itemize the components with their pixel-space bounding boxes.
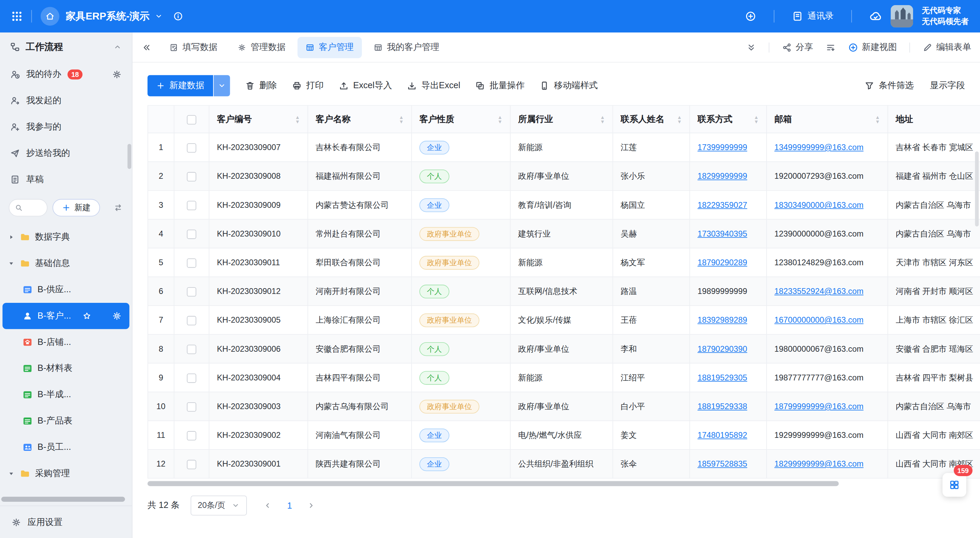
phone-link[interactable]: 18597528835 <box>698 459 748 468</box>
info-icon[interactable] <box>173 11 183 21</box>
打印-button[interactable]: 打印 <box>292 80 324 91</box>
row-checkbox[interactable] <box>187 143 196 152</box>
sidebar-item-草稿[interactable]: 草稿 <box>0 166 132 193</box>
column-header-客户性质[interactable]: 客户性质▲▼ <box>412 105 510 133</box>
double-chevron-down-icon[interactable] <box>746 42 756 52</box>
cell-checkbox[interactable] <box>174 133 209 162</box>
new-data-split-button[interactable]: 新建数据 <box>148 75 230 96</box>
sort-arrows[interactable]: ▲▼ <box>754 115 759 124</box>
phone-link[interactable]: 18790290390 <box>698 344 748 353</box>
sidebar-item-我参与的[interactable]: 我参与的 <box>0 114 132 140</box>
row-checkbox[interactable] <box>187 373 196 383</box>
sort-arrows[interactable]: ▲▼ <box>875 115 880 124</box>
page-size-select[interactable]: 20条/页 <box>191 496 247 516</box>
sidebar-item-我发起的[interactable]: 我发起的 <box>0 88 132 114</box>
Excel导入-button[interactable]: Excel导入 <box>339 80 392 91</box>
cell-checkbox[interactable] <box>174 277 209 306</box>
row-checkbox[interactable] <box>187 402 196 411</box>
sidebar-horizontal-scrollbar[interactable] <box>2 496 125 502</box>
row-checkbox[interactable] <box>187 460 196 469</box>
scrollbar-thumb[interactable] <box>148 481 838 486</box>
app-grid-icon[interactable] <box>11 11 22 22</box>
column-header-联系方式[interactable]: 联系方式▲▼ <box>690 105 767 133</box>
star-icon[interactable] <box>82 312 91 321</box>
edit-form-button[interactable]: 编辑表单 <box>923 42 972 53</box>
workflow-section-header[interactable]: 工作流程 <box>0 32 132 61</box>
phone-link[interactable]: 18819529305 <box>698 373 748 382</box>
table-row[interactable]: 10KH-20230309003内蒙古乌海有限公司政府事业单位政府/事业单位白小… <box>148 392 980 421</box>
table-row[interactable]: 11KH-20230309002河南油气有限公司企业电/热/燃气/水供应姜文17… <box>148 421 980 449</box>
tab-customer-management[interactable]: 客户管理 <box>298 37 362 58</box>
sort-arrows[interactable]: ▲▼ <box>677 115 682 124</box>
row-checkbox[interactable] <box>187 345 196 354</box>
row-checkbox[interactable] <box>187 316 196 325</box>
collapse-sidebar-icon[interactable] <box>142 42 151 52</box>
gear-icon[interactable] <box>112 69 122 79</box>
table-row[interactable]: 9KH-20230309004吉林四平有限公司个人新能源江绍平188195293… <box>148 363 980 392</box>
caret-right-icon[interactable] <box>8 233 15 241</box>
select-all-header[interactable] <box>174 105 209 133</box>
cell-checkbox[interactable] <box>174 421 209 449</box>
table-row[interactable]: 7KH-20230309005上海徐汇有限公司政府事业单位文化/娱乐/传媒王蓓1… <box>148 306 980 334</box>
column-header-所属行业[interactable]: 所属行业▲▼ <box>510 105 612 133</box>
phone-link[interactable]: 17480195892 <box>698 430 748 439</box>
批量操作-button[interactable]: 批量操作 <box>475 80 525 91</box>
移动端样式-button[interactable]: 移动端样式 <box>539 80 598 91</box>
sidebar-item-我的待办[interactable]: 我的待办18 <box>0 61 132 88</box>
new-form-button[interactable]: 新建 <box>52 199 100 216</box>
email-link[interactable]: 18799999999@163.com <box>775 402 864 411</box>
table-row[interactable]: 2KH-20230309008福建福州有限公司个人政府/事业单位张小乐18299… <box>148 162 980 190</box>
phone-link[interactable]: 18392989289 <box>698 315 748 324</box>
tree-item-B-店铺...[interactable]: B-店铺... <box>0 329 132 356</box>
sidebar-item-抄送给我的[interactable]: 抄送给我的 <box>0 140 132 166</box>
sort-arrows[interactable]: ▲▼ <box>498 115 502 124</box>
导出Excel-button[interactable]: 导出Excel <box>407 80 460 91</box>
table-row[interactable]: 12KH-20230309001陕西共建有限公司企业公共组织/非盈利组织张伞18… <box>148 449 980 478</box>
app-settings-button[interactable]: 应用设置 <box>0 506 132 538</box>
gear-icon[interactable] <box>112 311 122 321</box>
row-checkbox[interactable] <box>187 201 196 210</box>
sidebar-search-input[interactable] <box>9 199 48 216</box>
tab-fill-data[interactable]: 填写数据 <box>161 37 226 58</box>
email-link[interactable]: 18233552924@163.com <box>775 286 864 296</box>
table-row[interactable]: 1KH-20230309007吉林长春有限公司企业新能源江莲1739999999… <box>148 133 980 162</box>
email-link[interactable]: 16700000000@163.com <box>775 315 864 324</box>
cell-checkbox[interactable] <box>174 248 209 277</box>
tree-item-B-材料表[interactable]: B-材料表 <box>0 356 132 382</box>
floating-apps-button[interactable]: 159 <box>942 473 966 497</box>
tree-item-B-产品表[interactable]: B-产品表 <box>0 408 132 434</box>
phone-link[interactable]: 18229359027 <box>698 200 748 209</box>
table-row[interactable]: 3KH-20230309009内蒙古赞达有限公司企业教育/培训/咨询杨国立182… <box>148 190 980 219</box>
phone-link[interactable]: 17303940395 <box>698 229 748 238</box>
page-number[interactable]: 1 <box>287 500 292 510</box>
new-data-dropdown[interactable] <box>214 75 230 96</box>
tree-item-B-半成...[interactable]: B-半成... <box>0 382 132 408</box>
table-vertical-scrollbar[interactable] <box>975 152 978 227</box>
table-row[interactable]: 8KH-20230309006安徽合肥有限公司个人政府/事业单位李和187902… <box>148 334 980 363</box>
sort-arrows[interactable]: ▲▼ <box>399 115 404 124</box>
table-row[interactable]: 4KH-20230309010常州赴台有限公司政府事业单位建筑行业吴赫17303… <box>148 219 980 248</box>
cell-checkbox[interactable] <box>174 363 209 392</box>
filter-button[interactable]: 条件筛选 <box>864 80 914 91</box>
row-checkbox[interactable] <box>187 229 196 239</box>
chevron-down-icon[interactable] <box>155 12 164 21</box>
column-header-地址[interactable]: 地址▲▼ <box>888 105 980 133</box>
column-header-客户编号[interactable]: 客户编号▲▼ <box>209 105 308 133</box>
cell-checkbox[interactable] <box>174 190 209 219</box>
cell-checkbox[interactable] <box>174 392 209 421</box>
caret-down-icon[interactable] <box>8 470 15 477</box>
column-header-客户名称[interactable]: 客户名称▲▼ <box>308 105 412 133</box>
phone-link[interactable]: 18819529338 <box>698 402 748 411</box>
tree-folder-数据字典[interactable]: 数据字典 <box>0 224 132 250</box>
tab-manage-data[interactable]: 管理数据 <box>229 37 294 58</box>
row-checkbox[interactable] <box>187 287 196 296</box>
column-header-邮箱[interactable]: 邮箱▲▼ <box>767 105 888 133</box>
email-link[interactable]: 18299999999@163.com <box>775 459 864 468</box>
sidebar-vertical-scrollbar[interactable] <box>127 144 131 169</box>
sort-arrows[interactable]: ▲▼ <box>295 115 300 124</box>
home-button[interactable] <box>41 7 59 26</box>
tree-folder-基础信息[interactable]: 基础信息 <box>0 250 132 276</box>
table-horizontal-scrollbar[interactable] <box>148 481 980 486</box>
new-view-button[interactable]: 新建视图 <box>848 42 897 53</box>
row-checkbox[interactable] <box>187 431 196 440</box>
